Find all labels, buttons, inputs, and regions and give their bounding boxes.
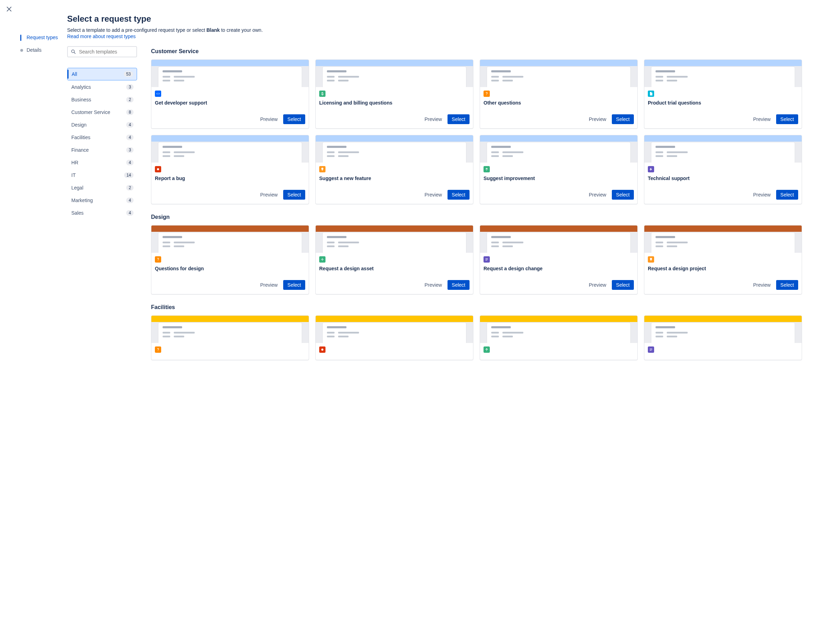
select-button-technical-support[interactable]: Select <box>776 190 798 199</box>
card-thumbnail <box>316 316 473 343</box>
category-count-badge: 4 <box>126 198 133 203</box>
page-subtitle: Select a template to add a pre-configure… <box>67 27 802 33</box>
card-grid <box>151 315 802 360</box>
question-icon <box>155 256 161 262</box>
category-customer-service[interactable]: Customer Service8 <box>67 106 137 118</box>
template-card: Questions for design Preview Select <box>151 225 309 294</box>
card-grid: Get developer support Preview Select <box>151 60 802 204</box>
preview-button-get-developer-support[interactable]: Preview <box>257 114 281 124</box>
select-button-request-a-design-change[interactable]: Select <box>612 280 634 290</box>
category-label: Facilities <box>71 135 90 140</box>
template-card <box>480 315 638 360</box>
category-it[interactable]: IT14 <box>67 169 137 181</box>
category-design[interactable]: Design4 <box>67 119 137 131</box>
category-count-badge: 3 <box>126 147 133 153</box>
category-finance[interactable]: Finance3 <box>67 144 137 156</box>
select-button-questions-for-design[interactable]: Select <box>283 280 305 290</box>
category-analytics[interactable]: Analytics3 <box>67 81 137 93</box>
bulb-icon <box>648 256 654 262</box>
category-facilities[interactable]: Facilities4 <box>67 132 137 143</box>
card-thumbnail <box>151 60 309 87</box>
doc-icon <box>648 347 654 353</box>
search-input[interactable] <box>79 49 140 55</box>
stop-icon <box>155 166 161 172</box>
read-more-link[interactable]: Read more about request types <box>67 34 136 39</box>
template-card: Get developer support Preview Select <box>151 60 309 129</box>
category-count-badge: 2 <box>126 185 133 190</box>
card-title: Suggest a new feature <box>319 175 469 181</box>
template-card: Suggest a new feature Preview Select <box>315 135 473 204</box>
preview-button-request-a-design-asset[interactable]: Preview <box>422 280 445 290</box>
step-details[interactable]: Details <box>18 44 67 57</box>
preview-button-report-a-bug[interactable]: Preview <box>257 190 281 199</box>
template-card: Other questions Preview Select <box>480 60 638 129</box>
category-legal[interactable]: Legal2 <box>67 182 137 194</box>
select-button-get-developer-support[interactable]: Select <box>283 114 305 124</box>
preview-button-questions-for-design[interactable]: Preview <box>257 280 281 290</box>
card-title: Other questions <box>483 100 634 106</box>
category-count-badge: 4 <box>126 135 133 140</box>
card-thumbnail <box>480 316 637 343</box>
preview-button-suggest-a-new-feature[interactable]: Preview <box>422 190 445 199</box>
card-grid: Questions for design Preview Select R <box>151 225 802 294</box>
select-button-report-a-bug[interactable]: Select <box>283 190 305 199</box>
card-thumbnail <box>480 135 637 163</box>
card-thumbnail <box>151 316 309 343</box>
preview-button-technical-support[interactable]: Preview <box>750 190 773 199</box>
preview-button-other-questions[interactable]: Preview <box>586 114 609 124</box>
card-title: Technical support <box>648 175 798 181</box>
preview-button-suggest-improvement[interactable]: Preview <box>586 190 609 199</box>
card-thumbnail <box>316 60 473 87</box>
step-request-types[interactable]: Request types <box>18 31 67 44</box>
category-label: Design <box>71 122 87 127</box>
category-count-badge: 3 <box>126 84 133 90</box>
category-count-badge: 2 <box>126 97 133 103</box>
select-button-request-a-design-project[interactable]: Select <box>776 280 798 290</box>
template-card <box>315 315 473 360</box>
card-thumbnail <box>644 135 802 163</box>
template-card: Product trial questions Preview Select <box>644 60 802 129</box>
category-sales[interactable]: Sales4 <box>67 207 137 219</box>
category-marketing[interactable]: Marketing4 <box>67 195 137 206</box>
template-card: Licensing and billing questions Preview … <box>315 60 473 129</box>
category-count-badge: 8 <box>126 109 133 115</box>
card-thumbnail <box>316 225 473 253</box>
card-title: Report a bug <box>155 175 305 181</box>
category-hr[interactable]: HR4 <box>67 156 137 169</box>
template-card: Technical support Preview Select <box>644 135 802 204</box>
step-dot-icon <box>20 47 23 54</box>
category-label: All <box>72 71 77 77</box>
category-all[interactable]: All53 <box>67 68 137 80</box>
select-button-other-questions[interactable]: Select <box>612 114 634 124</box>
category-label: Customer Service <box>71 109 110 115</box>
template-card: Request a design project Preview Select <box>644 225 802 294</box>
card-thumbnail <box>316 135 473 163</box>
select-button-suggest-improvement[interactable]: Select <box>612 190 634 199</box>
card-title: Request a design asset <box>319 265 469 271</box>
preview-button-request-a-design-change[interactable]: Preview <box>586 280 609 290</box>
select-button-suggest-a-new-feature[interactable]: Select <box>448 190 469 199</box>
select-button-product-trial-questions[interactable]: Select <box>776 114 798 124</box>
card-title: Request a design change <box>483 265 634 271</box>
card-thumbnail <box>151 225 309 253</box>
preview-button-request-a-design-project[interactable]: Preview <box>750 280 773 290</box>
section-title-design: Design <box>151 214 802 220</box>
category-label: Legal <box>71 185 83 190</box>
category-label: IT <box>71 172 75 178</box>
select-button-licensing-and-billing-questions[interactable]: Select <box>448 114 469 124</box>
question-icon <box>483 90 490 97</box>
preview-button-product-trial-questions[interactable]: Preview <box>750 114 773 124</box>
category-business[interactable]: Business2 <box>67 94 137 106</box>
card-thumbnail <box>644 316 802 343</box>
card-thumbnail <box>151 135 309 163</box>
category-label: Business <box>71 97 91 103</box>
close-button[interactable] <box>5 5 13 13</box>
select-button-request-a-design-asset[interactable]: Select <box>448 280 469 290</box>
card-thumbnail <box>480 60 637 87</box>
search-templates-input-wrap[interactable] <box>67 46 137 57</box>
preview-button-licensing-and-billing-questions[interactable]: Preview <box>422 114 445 124</box>
template-card: Request a design change Preview Select <box>480 225 638 294</box>
category-label: Analytics <box>71 84 91 90</box>
section-title-facilities: Facilities <box>151 304 802 310</box>
bolt-icon <box>648 166 654 172</box>
